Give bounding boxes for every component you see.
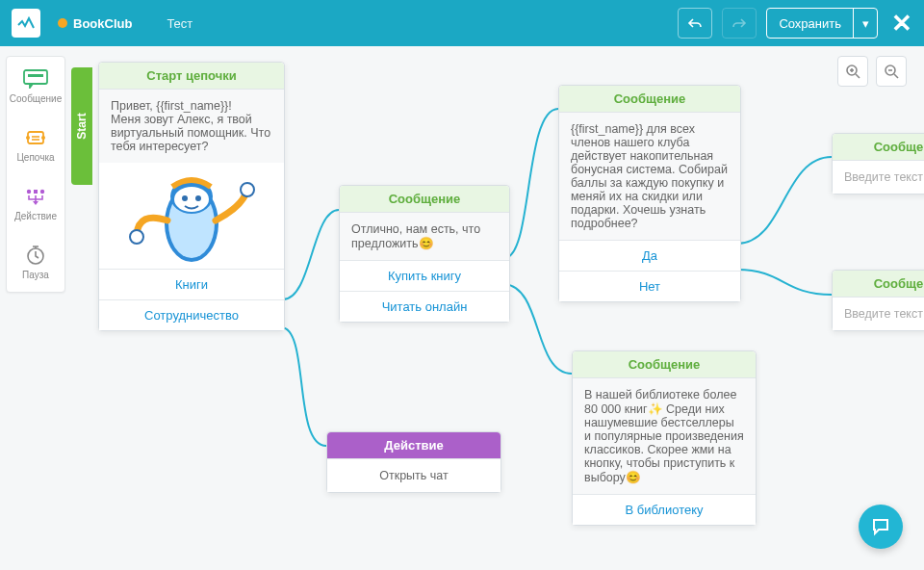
status-dot-icon [58,18,67,28]
breadcrumb-app[interactable]: BookClub [58,16,132,31]
save-button-label: Сохранить [767,16,853,31]
logo-icon [12,9,40,38]
app-header: BookClub Тест Сохранить ▾ ✕ [0,0,924,46]
undo-button[interactable] [678,8,712,39]
app-title: BookClub [73,16,132,31]
save-caret-icon[interactable]: ▾ [853,9,877,38]
save-button[interactable]: Сохранить ▾ [766,8,878,39]
breadcrumb-page[interactable]: Тест [167,16,192,31]
redo-button[interactable] [722,8,757,39]
close-button[interactable]: ✕ [891,9,912,39]
